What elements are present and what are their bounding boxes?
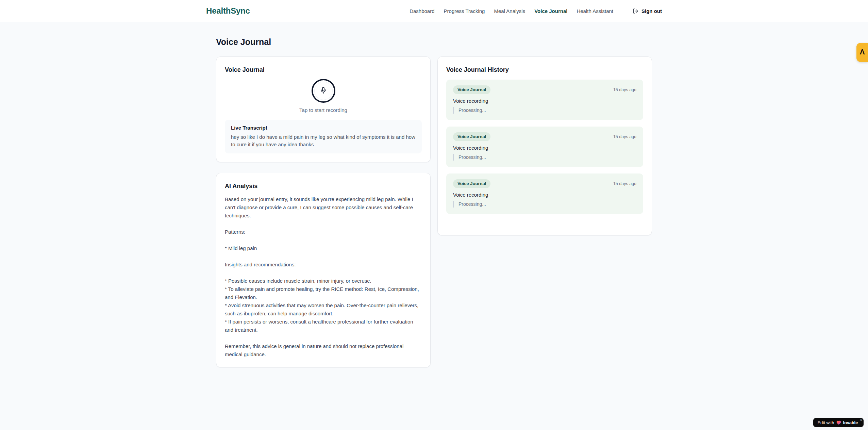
entry-label: Voice recording: [453, 145, 636, 151]
tap-to-record-hint: Tap to start recording: [225, 107, 422, 113]
logout-icon: [633, 8, 638, 14]
history-entry[interactable]: Voice Journal 15 days ago Voice recordin…: [446, 80, 643, 120]
entry-timestamp: 15 days ago: [613, 134, 636, 139]
nav-item-dashboard[interactable]: Dashboard: [410, 8, 434, 14]
nav-item-progress-tracking[interactable]: Progress Tracking: [444, 8, 485, 14]
entry-status: Processing...: [453, 107, 636, 114]
page-title: Voice Journal: [216, 36, 652, 47]
browser-extension-tab[interactable]: Λ: [856, 43, 868, 62]
history-entry[interactable]: Voice Journal 15 days ago Voice recordin…: [446, 127, 643, 167]
live-transcript-text: hey so like I do have a mild pain in my …: [231, 133, 416, 148]
entry-label: Voice recording: [453, 98, 636, 104]
analysis-paragraph: Insights and recommendations:: [225, 261, 422, 269]
app-logo[interactable]: HealthSync: [206, 6, 250, 16]
sign-out-button[interactable]: Sign out: [633, 8, 662, 14]
main-nav: Dashboard Progress Tracking Meal Analysi…: [410, 8, 662, 14]
entry-status: Processing...: [453, 154, 636, 161]
ai-analysis-body: Based on your journal entry, it sounds l…: [225, 195, 422, 359]
analysis-paragraph: Patterns:: [225, 228, 422, 236]
ai-analysis-title: AI Analysis: [225, 182, 422, 191]
nav-item-voice-journal[interactable]: Voice Journal: [534, 8, 567, 14]
entry-timestamp: 15 days ago: [613, 181, 636, 186]
analysis-paragraph: * Possible causes include muscle strain,…: [225, 277, 422, 334]
history-entry[interactable]: Voice Journal 15 days ago Voice recordin…: [446, 173, 643, 214]
main-content: Voice Journal Voice Journal: [216, 36, 652, 367]
history-card-title: Voice Journal History: [446, 65, 643, 74]
record-button[interactable]: [312, 79, 335, 103]
entry-status: Processing...: [453, 201, 636, 208]
heart-icon: [836, 420, 841, 425]
ai-analysis-card: AI Analysis Based on your journal entry,…: [216, 173, 431, 367]
nav-item-health-assistant[interactable]: Health Assistant: [577, 8, 613, 14]
app-header: HealthSync Dashboard Progress Tracking M…: [0, 0, 868, 22]
entry-type-badge: Voice Journal: [453, 132, 490, 141]
live-transcript-title: Live Transcript: [231, 125, 416, 131]
lovable-brand-label: lovable: [843, 420, 858, 425]
analysis-paragraph: * Mild leg pain: [225, 244, 422, 252]
history-entries-list: Voice Journal 15 days ago Voice recordin…: [446, 80, 643, 214]
microphone-icon: [320, 87, 327, 95]
sign-out-label: Sign out: [641, 8, 662, 14]
nav-item-meal-analysis[interactable]: Meal Analysis: [494, 8, 525, 14]
entry-type-badge: Voice Journal: [453, 179, 490, 188]
voice-journal-history-card: Voice Journal History Voice Journal 15 d…: [437, 56, 652, 235]
lovable-prefix-label: Edit with: [817, 420, 834, 425]
close-icon[interactable]: ×: [860, 418, 862, 422]
entry-timestamp: 15 days ago: [613, 87, 636, 92]
entry-label: Voice recording: [453, 192, 636, 198]
recorder-card-title: Voice Journal: [225, 65, 422, 74]
analysis-paragraph: Based on your journal entry, it sounds l…: [225, 195, 422, 220]
entry-type-badge: Voice Journal: [453, 85, 490, 94]
live-transcript-box: Live Transcript hey so like I do have a …: [225, 120, 422, 153]
voice-recorder-card: Voice Journal Tap to start recording: [216, 56, 431, 162]
analysis-paragraph: Remember, this advice is general in natu…: [225, 342, 422, 359]
extension-logo-icon: Λ: [860, 48, 865, 56]
edit-with-lovable-badge[interactable]: Edit with lovable ×: [813, 418, 864, 427]
